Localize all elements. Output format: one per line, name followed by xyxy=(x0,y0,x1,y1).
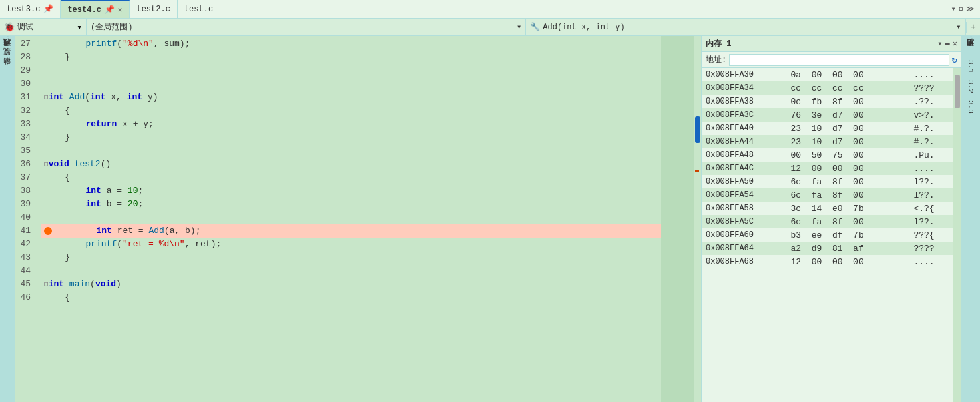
mem-bytes-9: 6c fa 8f 00 xyxy=(786,188,909,202)
toolbar: 🐞 调试 ▾ (全局范围) ▾ 🔧 Add(int x, int y) ▾ + xyxy=(0,19,980,36)
tab-test3c[interactable]: test3.c 📌 xyxy=(0,0,61,18)
code-line-45[interactable]: ⊟ int main ( void ) xyxy=(41,278,661,291)
breakpoint-dot-41[interactable] xyxy=(44,227,52,235)
code-line-30[interactable] xyxy=(41,77,661,91)
tab-test4c[interactable]: test4.c 📌 ✕ xyxy=(61,0,130,18)
line-num-31: 31 xyxy=(15,91,36,104)
mem-chars-3: v>?. xyxy=(909,108,953,122)
toolbar-plus-button[interactable]: + xyxy=(966,22,980,33)
memory-row-0: 0x008FFA30 0a 00 00 00 .... xyxy=(702,68,953,81)
mem-addr-2: 0x008FFA38 xyxy=(702,95,786,108)
mem-addr-0: 0x008FFA30 xyxy=(702,68,786,81)
sidebar-item-auto[interactable]: 自动 xyxy=(1,67,14,75)
collapse-marker-36[interactable]: ⊟ xyxy=(44,158,49,171)
address-bar: 地址: ↻ xyxy=(702,52,961,68)
code-line-36[interactable]: ⊟ void test2 () xyxy=(41,158,661,171)
collapse-marker-45[interactable]: ⊟ xyxy=(44,278,49,291)
code-line-37[interactable]: { xyxy=(41,171,661,184)
mem-bytes-8: 6c fa 8f 00 xyxy=(786,175,909,188)
tab-test3c-label: test3.c xyxy=(7,5,40,14)
memory-row-11: 0x008FFA5C 6c fa 8f 00 l??. xyxy=(702,215,953,228)
mem-addr-6: 0x008FFA48 xyxy=(702,148,786,162)
tab-testc[interactable]: test.c xyxy=(178,0,220,18)
toolbar-function-dropdown[interactable]: 🔧 Add(int x, int y) ▾ xyxy=(526,19,965,35)
toolbar-scope-arrow: ▾ xyxy=(517,22,521,32)
tab-test4c-close[interactable]: ✕ xyxy=(118,5,123,14)
sidebar-item-breakpoints[interactable]: 断点 xyxy=(1,39,14,47)
memory-row-13: 0x008FFA64 a2 d9 81 af ???? xyxy=(702,242,953,255)
mem-chars-11: l??. xyxy=(909,215,953,228)
memory-row-12: 0x008FFA60 b3 ee df 7b ???{ xyxy=(702,228,953,242)
memory-scrollbar[interactable] xyxy=(953,68,961,402)
code-line-29[interactable] xyxy=(41,64,661,77)
editor-scrollbar-thumb[interactable] xyxy=(695,116,700,143)
code-line-28[interactable]: } xyxy=(41,51,661,64)
code-line-31[interactable]: ⊟ int Add ( int x, int y) xyxy=(41,91,661,104)
memory-row-3: 0x008FFA3C 76 3e d7 00 v>?. xyxy=(702,108,953,122)
code-line-27[interactable]: printf ( "%d\n" , sum); xyxy=(41,37,661,51)
code-line-41[interactable]: int ret = Add (a, b); xyxy=(41,224,661,238)
code-line-43[interactable]: } xyxy=(41,251,661,264)
line-num-43: 43 xyxy=(15,251,36,264)
mem-addr-5: 0x008FFA44 xyxy=(702,135,786,148)
tab-extra-icon[interactable]: ≫ xyxy=(966,4,975,14)
memory-scrollbar-thumb[interactable] xyxy=(955,75,960,108)
code-line-35[interactable] xyxy=(41,144,661,158)
mem-chars-9: l??. xyxy=(909,188,953,202)
tab-test2c[interactable]: test2.c xyxy=(130,0,177,18)
mem-addr-4: 0x008FFA40 xyxy=(702,122,786,135)
mem-chars-2: .??. xyxy=(909,95,953,108)
mem-addr-8: 0x008FFA50 xyxy=(702,175,786,188)
line-num-32: 32 xyxy=(15,104,36,118)
mem-bytes-11: 6c fa 8f 00 xyxy=(786,215,909,228)
mem-bytes-5: 23 10 d7 00 xyxy=(786,135,909,148)
tab-bar-right-icons: ▾ ⚙ ≫ xyxy=(951,4,980,14)
tab-dropdown-icon[interactable]: ▾ xyxy=(951,4,956,14)
mem-chars-12: ???{ xyxy=(909,228,953,242)
memory-row-8: 0x008FFA50 6c fa 8f 00 l??. xyxy=(702,175,953,188)
line-num-46: 46 xyxy=(15,291,36,305)
right-sidebar: 断点 调用堆栈 3.1 3.2 3.3 xyxy=(961,36,980,402)
mem-addr-10: 0x008FFA58 xyxy=(702,202,786,215)
toolbar-debug-section: 🐞 调试 ▾ xyxy=(0,19,87,35)
tab-test4c-label: test4.c xyxy=(67,5,101,15)
code-line-38[interactable]: int a = 10 ; xyxy=(41,184,661,198)
code-line-40[interactable] xyxy=(41,211,661,224)
code-editor: 27 28 29 30 31 32 33 34 35 36 37 38 39 4… xyxy=(15,36,701,402)
mem-bytes-4: 23 10 d7 00 xyxy=(786,122,909,135)
memory-table-container[interactable]: 0x008FFA30 0a 00 00 00 .... 0x008FFA34 c… xyxy=(702,68,953,402)
mem-bytes-0: 0a 00 00 00 xyxy=(786,68,909,81)
toolbar-debug-dropdown-icon[interactable]: ▾ xyxy=(77,22,82,33)
memory-dropdown-icon[interactable]: ▾ xyxy=(937,39,942,49)
sidebar-item-watch[interactable]: 监视 xyxy=(1,57,14,65)
code-line-34[interactable]: } xyxy=(41,131,661,144)
collapse-marker-31[interactable]: ⊟ xyxy=(44,91,49,104)
code-line-42[interactable]: printf ( "ret = %d\n" , ret); xyxy=(41,238,661,251)
right-panel-label-1: 3.1 xyxy=(965,57,976,76)
line-num-42: 42 xyxy=(15,238,36,251)
memory-row-6: 0x008FFA48 00 50 75 00 .Pu. xyxy=(702,148,953,162)
tab-settings-icon[interactable]: ⚙ xyxy=(959,4,963,14)
code-line-44[interactable] xyxy=(41,264,661,278)
right-sidebar-item-1[interactable]: 断点 xyxy=(965,39,977,47)
code-line-39[interactable]: int b = 20 ; xyxy=(41,198,661,211)
code-line-33[interactable]: return x + y; xyxy=(41,118,661,131)
mem-addr-11: 0x008FFA5C xyxy=(702,215,786,228)
address-input[interactable] xyxy=(729,54,949,66)
refresh-button[interactable]: ↻ xyxy=(952,54,957,65)
mem-bytes-6: 00 50 75 00 xyxy=(786,148,909,162)
code-line-32[interactable]: { xyxy=(41,104,661,118)
tab-test4c-pin: 📌 xyxy=(105,5,115,15)
mem-bytes-1: cc cc cc cc xyxy=(786,81,909,95)
memory-close-icon[interactable]: ✕ xyxy=(953,39,957,49)
mem-bytes-10: 3c 14 e0 7b xyxy=(786,202,909,215)
toolbar-function-icon: 🔧 xyxy=(530,22,540,32)
line-num-30: 30 xyxy=(15,77,36,91)
toolbar-function-label: Add(int x, int y) xyxy=(543,23,624,32)
right-sidebar-item-2[interactable]: 调用堆栈 xyxy=(965,48,977,56)
sidebar-item-callstack[interactable]: 调用堆栈 xyxy=(1,48,14,56)
toolbar-scope-dropdown[interactable]: (全局范围) ▾ xyxy=(87,19,526,35)
code-line-46[interactable]: { xyxy=(41,291,661,305)
memory-minimize-icon[interactable]: ▬ xyxy=(945,39,950,49)
line-num-38: 38 xyxy=(15,184,36,198)
